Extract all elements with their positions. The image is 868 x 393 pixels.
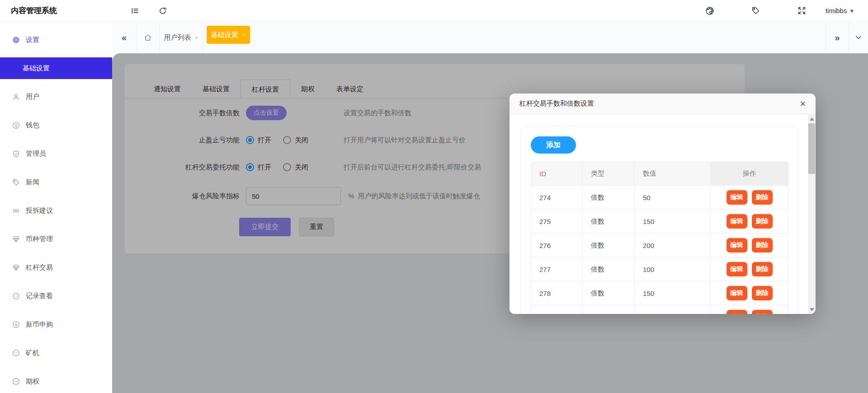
close-icon[interactable]: ×: [195, 34, 198, 41]
close-icon[interactable]: ×: [242, 32, 246, 38]
table-header: 类型: [583, 162, 635, 186]
table-row: 275倍数150编辑删除: [531, 210, 788, 234]
chevron-down-icon: ▾: [850, 7, 854, 15]
add-button[interactable]: 添加: [531, 136, 576, 154]
sidebar-item-label: 管理员: [26, 150, 46, 158]
dollar-icon: $: [12, 122, 20, 129]
clock-icon: [12, 378, 20, 385]
delete-button[interactable]: 删除: [752, 286, 773, 300]
modal-body: 添加 ID类型数值操作274倍数50编辑删除275倍数150编辑删除276倍数2…: [509, 114, 816, 314]
tab-strip-right: »: [826, 22, 868, 53]
delete-button[interactable]: 删除: [752, 262, 773, 276]
table-row: 编辑删除: [531, 305, 788, 314]
sidebar-item-label: 矿机: [26, 349, 39, 357]
table-cell: 倍数: [583, 281, 635, 305]
sidebar-item-label: 币种管理: [26, 235, 53, 243]
table-cell: 277: [531, 257, 583, 281]
table-cell: 275: [531, 210, 583, 234]
theme-palette-icon[interactable]: [704, 5, 715, 16]
close-icon[interactable]: ×: [800, 99, 806, 109]
modal-header: 杠杆交易手数和倍数设置 ×: [509, 94, 816, 114]
sidebar-item[interactable]: 杠杆交易: [0, 257, 112, 278]
tabs-scroll-left-button[interactable]: «: [112, 22, 137, 53]
edit-button[interactable]: 编辑: [726, 214, 747, 229]
table-cell: [583, 305, 635, 314]
sidebar-item[interactable]: 基础设置: [0, 57, 112, 79]
table-actions-cell: 编辑删除: [711, 305, 788, 314]
sidebar-item[interactable]: 币种管理: [0, 228, 112, 250]
sidebar-item[interactable]: 设置: [0, 29, 112, 51]
top-header: 内容管理系统 timibbs ▾: [0, 0, 868, 22]
tab-label: 基础设置: [211, 31, 238, 39]
table-actions-cell: 编辑删除: [711, 210, 788, 234]
tabs-more-button[interactable]: [849, 22, 868, 53]
table-row: 274倍数50编辑删除: [531, 186, 788, 210]
modal-title: 杠杆交易手数和倍数设置: [519, 99, 594, 108]
sidebar-item-label: 用户: [26, 93, 39, 101]
modal-panel: 添加 ID类型数值操作274倍数50编辑删除275倍数150编辑删除276倍数2…: [520, 126, 798, 314]
table-actions-cell: 编辑删除: [711, 257, 788, 281]
double-chevron-right-icon: »: [835, 33, 840, 43]
link-icon: [12, 207, 20, 215]
tag-icon[interactable]: [750, 5, 761, 16]
user-icon: [12, 93, 20, 101]
delete-button[interactable]: 删除: [752, 214, 773, 229]
sidebar-item[interactable]: $钱包: [0, 114, 112, 136]
table-cell: 倍数: [583, 234, 635, 257]
sidebar-item-label: 期权: [26, 377, 39, 386]
table-cell: 278: [531, 281, 583, 305]
delete-button[interactable]: 删除: [752, 310, 773, 314]
sidebar-item[interactable]: 投拆建议: [0, 200, 112, 221]
table-cell: [531, 305, 583, 314]
sidebar-item-label: 新币申购: [26, 320, 53, 329]
tabs-scroll-right-button[interactable]: »: [826, 22, 849, 53]
table-cell: 150: [635, 210, 711, 234]
delete-button[interactable]: 删除: [752, 190, 773, 205]
page: 内容管理系统 timibbs ▾ «: [0, 0, 868, 393]
delete-button[interactable]: 删除: [752, 238, 773, 253]
modal-scrollbar[interactable]: [808, 114, 816, 314]
app-logo: 内容管理系统: [0, 5, 112, 16]
table-cell: 150: [635, 281, 711, 305]
leverage-settings-modal: 杠杆交易手数和倍数设置 × 添加 ID类型数值操作274倍数50编辑删除275倍…: [509, 94, 816, 314]
edit-button[interactable]: 编辑: [726, 286, 747, 300]
table-header: 数值: [635, 162, 711, 186]
table-header: ID: [531, 162, 583, 186]
scrollbar-thumb[interactable]: [808, 123, 815, 174]
table-cell: [635, 305, 711, 314]
user-menu[interactable]: timibbs ▾: [826, 7, 854, 15]
tab-basic-settings-active[interactable]: 基础设置 ×: [207, 26, 250, 44]
tab-strip: « 用户列表 × 基础设置 × »: [112, 22, 868, 53]
sidebar-item[interactable]: 记录查看: [0, 285, 112, 307]
sidebar-item[interactable]: 用户: [0, 86, 112, 108]
svg-text:$: $: [15, 123, 17, 127]
sidebar-item-label: 杠杆交易: [26, 263, 53, 272]
sidebar-item[interactable]: 矿机: [0, 342, 112, 364]
edit-button[interactable]: 编辑: [726, 310, 747, 314]
table-cell: 50: [635, 186, 711, 210]
gem-icon: [12, 264, 20, 271]
sidebar-item[interactable]: 管理员: [0, 143, 112, 164]
sidebar: 设置基础设置用户$钱包管理员新闻投拆建议币种管理杠杆交易记录查看$新币申购矿机期…: [0, 22, 112, 393]
sidebar-item[interactable]: 期权: [0, 370, 112, 392]
edit-button[interactable]: 编辑: [726, 262, 747, 276]
header-right: timibbs ▾: [704, 5, 868, 16]
collapse-menu-icon[interactable]: [129, 5, 140, 16]
tab-user-list[interactable]: 用户列表 ×: [160, 22, 203, 53]
tag-icon: [12, 178, 20, 186]
table-cell: 倍数: [583, 210, 635, 234]
edit-button[interactable]: 编辑: [726, 190, 747, 205]
sidebar-item[interactable]: 新闻: [0, 171, 112, 193]
sidebar-item-label: 设置: [26, 36, 39, 44]
refresh-icon[interactable]: [157, 5, 168, 16]
edit-button[interactable]: 编辑: [726, 238, 747, 253]
dollar-icon: $: [12, 321, 20, 328]
scroll-up-arrow-icon[interactable]: [808, 115, 816, 122]
table-cell: 倍数: [583, 186, 635, 210]
home-tab-button[interactable]: [137, 22, 160, 53]
sidebar-item-label: 投拆建议: [26, 206, 53, 215]
gear-icon: [12, 36, 20, 44]
fullscreen-icon[interactable]: [797, 5, 807, 16]
sidebar-item[interactable]: $新币申购: [0, 313, 112, 335]
table-cell: 200: [635, 234, 711, 257]
